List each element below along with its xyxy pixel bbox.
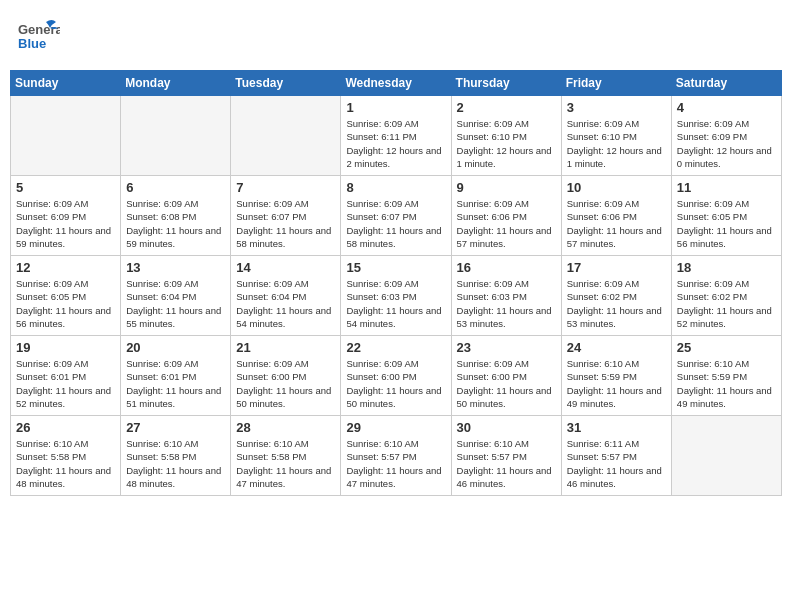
weekday-header-friday: Friday bbox=[561, 71, 671, 96]
day-number: 18 bbox=[677, 260, 776, 275]
day-info: Sunrise: 6:09 AMSunset: 6:08 PMDaylight:… bbox=[126, 197, 225, 250]
day-info: Sunrise: 6:09 AMSunset: 6:05 PMDaylight:… bbox=[16, 277, 115, 330]
day-cell-14: 14Sunrise: 6:09 AMSunset: 6:04 PMDayligh… bbox=[231, 256, 341, 336]
day-cell-21: 21Sunrise: 6:09 AMSunset: 6:00 PMDayligh… bbox=[231, 336, 341, 416]
day-cell-1: 1Sunrise: 6:09 AMSunset: 6:11 PMDaylight… bbox=[341, 96, 451, 176]
day-number: 25 bbox=[677, 340, 776, 355]
week-row-2: 12Sunrise: 6:09 AMSunset: 6:05 PMDayligh… bbox=[11, 256, 782, 336]
day-number: 4 bbox=[677, 100, 776, 115]
day-number: 24 bbox=[567, 340, 666, 355]
weekday-header-tuesday: Tuesday bbox=[231, 71, 341, 96]
day-number: 11 bbox=[677, 180, 776, 195]
day-cell-10: 10Sunrise: 6:09 AMSunset: 6:06 PMDayligh… bbox=[561, 176, 671, 256]
day-cell-22: 22Sunrise: 6:09 AMSunset: 6:00 PMDayligh… bbox=[341, 336, 451, 416]
day-cell-23: 23Sunrise: 6:09 AMSunset: 6:00 PMDayligh… bbox=[451, 336, 561, 416]
day-info: Sunrise: 6:09 AMSunset: 6:00 PMDaylight:… bbox=[236, 357, 335, 410]
day-info: Sunrise: 6:09 AMSunset: 6:11 PMDaylight:… bbox=[346, 117, 445, 170]
day-info: Sunrise: 6:09 AMSunset: 6:07 PMDaylight:… bbox=[346, 197, 445, 250]
page: General Blue SundayMondayTuesdayWednesda… bbox=[0, 0, 792, 612]
day-info: Sunrise: 6:10 AMSunset: 5:57 PMDaylight:… bbox=[346, 437, 445, 490]
svg-text:Blue: Blue bbox=[18, 36, 46, 51]
day-number: 10 bbox=[567, 180, 666, 195]
day-info: Sunrise: 6:09 AMSunset: 6:04 PMDaylight:… bbox=[126, 277, 225, 330]
day-number: 23 bbox=[457, 340, 556, 355]
day-cell-9: 9Sunrise: 6:09 AMSunset: 6:06 PMDaylight… bbox=[451, 176, 561, 256]
day-cell-5: 5Sunrise: 6:09 AMSunset: 6:09 PMDaylight… bbox=[11, 176, 121, 256]
day-number: 13 bbox=[126, 260, 225, 275]
weekday-header-wednesday: Wednesday bbox=[341, 71, 451, 96]
day-info: Sunrise: 6:11 AMSunset: 5:57 PMDaylight:… bbox=[567, 437, 666, 490]
day-cell-29: 29Sunrise: 6:10 AMSunset: 5:57 PMDayligh… bbox=[341, 416, 451, 496]
day-cell-3: 3Sunrise: 6:09 AMSunset: 6:10 PMDaylight… bbox=[561, 96, 671, 176]
day-info: Sunrise: 6:09 AMSunset: 6:03 PMDaylight:… bbox=[346, 277, 445, 330]
day-cell-15: 15Sunrise: 6:09 AMSunset: 6:03 PMDayligh… bbox=[341, 256, 451, 336]
day-info: Sunrise: 6:09 AMSunset: 6:01 PMDaylight:… bbox=[16, 357, 115, 410]
day-info: Sunrise: 6:09 AMSunset: 6:04 PMDaylight:… bbox=[236, 277, 335, 330]
day-cell-7: 7Sunrise: 6:09 AMSunset: 6:07 PMDaylight… bbox=[231, 176, 341, 256]
day-cell-28: 28Sunrise: 6:10 AMSunset: 5:58 PMDayligh… bbox=[231, 416, 341, 496]
day-info: Sunrise: 6:10 AMSunset: 5:59 PMDaylight:… bbox=[677, 357, 776, 410]
day-info: Sunrise: 6:09 AMSunset: 6:00 PMDaylight:… bbox=[346, 357, 445, 410]
day-info: Sunrise: 6:09 AMSunset: 6:09 PMDaylight:… bbox=[677, 117, 776, 170]
day-number: 8 bbox=[346, 180, 445, 195]
day-info: Sunrise: 6:09 AMSunset: 6:06 PMDaylight:… bbox=[457, 197, 556, 250]
day-cell-25: 25Sunrise: 6:10 AMSunset: 5:59 PMDayligh… bbox=[671, 336, 781, 416]
day-number: 20 bbox=[126, 340, 225, 355]
day-info: Sunrise: 6:09 AMSunset: 6:05 PMDaylight:… bbox=[677, 197, 776, 250]
day-cell-11: 11Sunrise: 6:09 AMSunset: 6:05 PMDayligh… bbox=[671, 176, 781, 256]
weekday-header-saturday: Saturday bbox=[671, 71, 781, 96]
day-number: 26 bbox=[16, 420, 115, 435]
day-cell-13: 13Sunrise: 6:09 AMSunset: 6:04 PMDayligh… bbox=[121, 256, 231, 336]
day-number: 28 bbox=[236, 420, 335, 435]
day-info: Sunrise: 6:10 AMSunset: 5:58 PMDaylight:… bbox=[236, 437, 335, 490]
day-cell-17: 17Sunrise: 6:09 AMSunset: 6:02 PMDayligh… bbox=[561, 256, 671, 336]
day-number: 29 bbox=[346, 420, 445, 435]
day-number: 16 bbox=[457, 260, 556, 275]
day-number: 30 bbox=[457, 420, 556, 435]
day-cell-12: 12Sunrise: 6:09 AMSunset: 6:05 PMDayligh… bbox=[11, 256, 121, 336]
day-number: 6 bbox=[126, 180, 225, 195]
day-number: 9 bbox=[457, 180, 556, 195]
day-number: 5 bbox=[16, 180, 115, 195]
day-cell-8: 8Sunrise: 6:09 AMSunset: 6:07 PMDaylight… bbox=[341, 176, 451, 256]
day-number: 31 bbox=[567, 420, 666, 435]
day-cell-30: 30Sunrise: 6:10 AMSunset: 5:57 PMDayligh… bbox=[451, 416, 561, 496]
day-number: 17 bbox=[567, 260, 666, 275]
day-info: Sunrise: 6:09 AMSunset: 6:10 PMDaylight:… bbox=[567, 117, 666, 170]
day-cell-24: 24Sunrise: 6:10 AMSunset: 5:59 PMDayligh… bbox=[561, 336, 671, 416]
empty-cell bbox=[121, 96, 231, 176]
svg-text:General: General bbox=[18, 22, 60, 37]
day-cell-27: 27Sunrise: 6:10 AMSunset: 5:58 PMDayligh… bbox=[121, 416, 231, 496]
day-info: Sunrise: 6:09 AMSunset: 6:10 PMDaylight:… bbox=[457, 117, 556, 170]
day-number: 7 bbox=[236, 180, 335, 195]
day-number: 22 bbox=[346, 340, 445, 355]
day-number: 3 bbox=[567, 100, 666, 115]
logo: General Blue bbox=[16, 14, 60, 58]
day-info: Sunrise: 6:10 AMSunset: 5:58 PMDaylight:… bbox=[126, 437, 225, 490]
day-cell-16: 16Sunrise: 6:09 AMSunset: 6:03 PMDayligh… bbox=[451, 256, 561, 336]
day-info: Sunrise: 6:10 AMSunset: 5:57 PMDaylight:… bbox=[457, 437, 556, 490]
week-row-1: 5Sunrise: 6:09 AMSunset: 6:09 PMDaylight… bbox=[11, 176, 782, 256]
weekday-header-thursday: Thursday bbox=[451, 71, 561, 96]
day-number: 21 bbox=[236, 340, 335, 355]
day-cell-4: 4Sunrise: 6:09 AMSunset: 6:09 PMDaylight… bbox=[671, 96, 781, 176]
empty-cell bbox=[671, 416, 781, 496]
day-cell-31: 31Sunrise: 6:11 AMSunset: 5:57 PMDayligh… bbox=[561, 416, 671, 496]
week-row-0: 1Sunrise: 6:09 AMSunset: 6:11 PMDaylight… bbox=[11, 96, 782, 176]
empty-cell bbox=[231, 96, 341, 176]
day-info: Sunrise: 6:09 AMSunset: 6:01 PMDaylight:… bbox=[126, 357, 225, 410]
logo-icon: General Blue bbox=[16, 14, 60, 58]
day-number: 27 bbox=[126, 420, 225, 435]
day-number: 12 bbox=[16, 260, 115, 275]
day-info: Sunrise: 6:09 AMSunset: 6:03 PMDaylight:… bbox=[457, 277, 556, 330]
day-cell-18: 18Sunrise: 6:09 AMSunset: 6:02 PMDayligh… bbox=[671, 256, 781, 336]
day-info: Sunrise: 6:09 AMSunset: 6:02 PMDaylight:… bbox=[567, 277, 666, 330]
day-info: Sunrise: 6:09 AMSunset: 6:07 PMDaylight:… bbox=[236, 197, 335, 250]
header: General Blue bbox=[10, 10, 782, 62]
week-row-4: 26Sunrise: 6:10 AMSunset: 5:58 PMDayligh… bbox=[11, 416, 782, 496]
day-number: 19 bbox=[16, 340, 115, 355]
day-cell-20: 20Sunrise: 6:09 AMSunset: 6:01 PMDayligh… bbox=[121, 336, 231, 416]
day-number: 14 bbox=[236, 260, 335, 275]
day-number: 1 bbox=[346, 100, 445, 115]
empty-cell bbox=[11, 96, 121, 176]
